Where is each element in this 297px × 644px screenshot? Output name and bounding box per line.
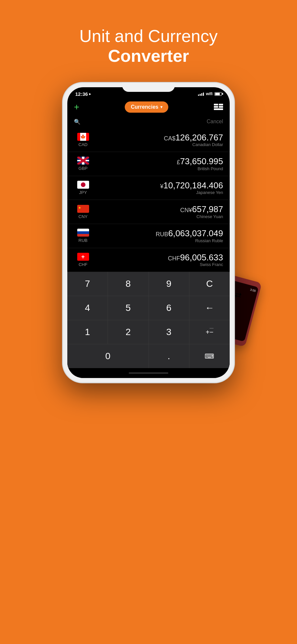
currency-code-chf: CHF	[79, 262, 87, 267]
currency-name-cad: Canadian Dollar	[164, 142, 223, 147]
flag-ru	[77, 229, 89, 237]
app-header: + Currencies ▾	[67, 99, 230, 117]
phone-screen: 12:36 ▸ wifi +	[67, 87, 230, 378]
currency-code-jpy: JPY	[79, 190, 87, 195]
currency-value-cny: CN¥657,987	[180, 205, 223, 214]
corner-phone-swap-icon: ⇄	[234, 290, 243, 300]
currency-left-gbp: GBP	[74, 157, 92, 171]
currencies-dropdown-button[interactable]: Currencies ▾	[125, 101, 168, 113]
phone-notch	[122, 83, 175, 92]
currency-name-jpy: Japanese Yen	[160, 190, 223, 195]
numpad-0[interactable]: 0	[67, 344, 148, 368]
location-icon: ▸	[89, 92, 91, 96]
currency-row-cny[interactable]: ★ CNY CN¥657,987 Chinese Yuan	[67, 200, 230, 224]
currency-row-rub[interactable]: RUB RUB6,063,037.049 Russian Ruble	[67, 224, 230, 248]
signal-bars-icon	[198, 92, 204, 96]
flag-jp	[77, 181, 89, 189]
header-title-line1: Unit and Currency	[79, 26, 217, 46]
phone-wrapper: 3:00 ⇄ 12:36 ▸ wifi	[63, 83, 234, 383]
numpad-decimal[interactable]: .	[149, 344, 189, 368]
numpad-1[interactable]: 1	[67, 320, 108, 344]
flag-gb	[77, 157, 89, 165]
numpad-keyboard[interactable]: ⌨	[189, 344, 230, 368]
dropdown-arrow-icon: ▾	[160, 105, 162, 109]
page-header: Unit and Currency Converter	[79, 26, 217, 66]
currency-right-cny: CN¥657,987 Chinese Yuan	[180, 205, 223, 219]
numpad-5[interactable]: 5	[108, 296, 148, 320]
search-icon: 🔍	[74, 119, 81, 125]
currency-name-chf: Swiss Franc	[168, 262, 223, 267]
numpad-plus-minus[interactable]: +−	[189, 320, 230, 344]
flag-cn: ★	[77, 205, 89, 213]
currency-name-cny: Chinese Yuan	[180, 214, 223, 219]
currency-left-chf: + CHF	[74, 253, 92, 267]
numpad-2[interactable]: 2	[108, 320, 148, 344]
currencies-label: Currencies	[131, 104, 158, 110]
currency-right-chf: CHF96,005.633 Swiss Franc	[168, 253, 223, 267]
currency-value-cad: CA$126,206.767	[164, 133, 223, 142]
currency-name-rub: Russian Ruble	[156, 238, 223, 243]
currency-right-gbp: £73,650.995 British Pound	[177, 157, 223, 171]
currency-right-cad: CA$126,206.767 Canadian Dollar	[164, 133, 223, 147]
currency-left-jpy: JPY	[74, 181, 92, 195]
currency-code-cny: CNY	[79, 214, 87, 219]
currency-right-rub: RUB6,063,037.049 Russian Ruble	[156, 229, 223, 243]
currency-code-rub: RUB	[79, 238, 87, 243]
battery-icon	[214, 92, 222, 96]
header-title-line2: Converter	[79, 46, 217, 66]
flag-ch: +	[77, 253, 89, 261]
currency-value-chf: CHF96,005.633	[168, 253, 223, 262]
numpad-7[interactable]: 7	[67, 272, 108, 296]
currency-left-cny: ★ CNY	[74, 205, 92, 219]
currency-left-cad: 🍁 CAD	[74, 133, 92, 147]
currency-list: 🍁 CAD CA$126,206.767 Canadian Dollar	[67, 128, 230, 272]
phone-shell: 12:36 ▸ wifi +	[63, 83, 234, 383]
currency-value-rub: RUB6,063,037.049	[156, 229, 223, 238]
flag-ca: 🍁	[77, 133, 89, 141]
numpad-3[interactable]: 3	[149, 320, 189, 344]
currency-left-rub: RUB	[74, 229, 92, 243]
currency-name-gbp: British Pound	[177, 166, 223, 171]
currency-value-gbp: £73,650.995	[177, 157, 223, 166]
numpad-backspace[interactable]: ←	[189, 296, 230, 320]
currency-row-cad[interactable]: 🍁 CAD CA$126,206.767 Canadian Dollar	[67, 128, 230, 152]
currency-row-jpy[interactable]: JPY ¥10,720,184.406 Japanese Yen	[67, 176, 230, 200]
numpad-9[interactable]: 9	[149, 272, 189, 296]
currency-code-cad: CAD	[79, 142, 87, 147]
numpad-4[interactable]: 4	[67, 296, 108, 320]
currency-right-jpy: ¥10,720,184.406 Japanese Yen	[160, 181, 223, 195]
currency-value-jpy: ¥10,720,184.406	[160, 181, 223, 190]
cancel-search-button[interactable]: Cancel	[207, 119, 223, 125]
status-icons: wifi	[198, 92, 222, 96]
currency-row-gbp[interactable]: GBP £73,650.995 British Pound	[67, 152, 230, 176]
calculator-icon[interactable]	[214, 104, 223, 110]
currency-code-gbp: GBP	[79, 166, 87, 171]
numpad: 7 8 9 C 4 5 6 ← 1 2 3 +− 0 . ⌨	[67, 272, 230, 368]
wifi-icon: wifi	[206, 92, 213, 96]
search-input[interactable]	[83, 119, 149, 125]
currency-row-chf[interactable]: + CHF CHF96,005.633 Swiss Franc	[67, 248, 230, 272]
status-time: 12:36	[75, 91, 88, 97]
add-currency-button[interactable]: +	[74, 102, 79, 112]
numpad-clear[interactable]: C	[189, 272, 230, 296]
search-bar: 🔍 Cancel	[67, 117, 230, 128]
numpad-8[interactable]: 8	[108, 272, 148, 296]
numpad-6[interactable]: 6	[149, 296, 189, 320]
